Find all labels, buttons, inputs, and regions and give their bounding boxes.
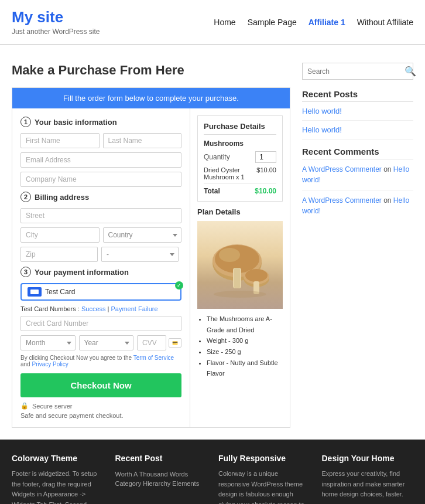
nav-sample-page[interactable]: Sample Page [248,18,297,27]
zip-row: - [20,247,181,262]
secure-server-text: Secure server [32,403,72,410]
card-payment-btn[interactable]: Test Card ✓ [20,283,181,301]
cc-number-row [20,316,181,331]
product-name: Mushrooms [204,139,276,148]
content-area: Make a Purchase From Here Fill the order… [12,63,290,428]
search-box: 🔍 [302,63,413,80]
cvv-input[interactable] [137,335,166,350]
city-country-row: Country [20,227,181,243]
plan-details: Plan Details [197,207,283,379]
item-label: Dried Oyster Mushroom x 1 [204,166,256,181]
card-icon [28,287,42,297]
nav-affiliate1[interactable]: Affiliate 1 [309,18,345,27]
footer-link-0[interactable]: Worth A Thousand Words [115,471,188,478]
nav-home[interactable]: Home [214,18,235,27]
mushroom-image [197,221,283,309]
posts-divider2 [302,139,413,139]
recent-posts-title: Recent Posts [302,89,413,102]
year-select[interactable]: Year [79,335,134,350]
total-amount: $10.00 [255,187,276,195]
main-layout: Make a Purchase From Here Fill the order… [0,51,425,440]
card-label: Test Card [45,288,75,296]
zip-input[interactable] [20,247,98,262]
street-row [20,208,181,223]
expiry-row: Month Year 💳 [20,335,181,350]
comment-on-1: on [383,196,393,205]
search-button[interactable]: 🔍 [400,63,421,79]
footer: Colorway Theme Footer is widgetized. To … [0,440,425,504]
street-input[interactable] [20,208,181,223]
item-price: $10.00 [256,166,276,181]
commenter-1-link[interactable]: A WordPress Commenter [302,196,382,205]
footer-link-1[interactable]: Category Hierarchy Elements [115,480,200,487]
plan-bullet-2: Size - 250 g [207,346,283,357]
last-name-input[interactable] [103,133,182,148]
cc-number-input[interactable] [20,316,181,331]
purchase-details-title: Purchase Details [204,122,276,135]
commenter-0-link[interactable]: A WordPress Commenter [302,165,382,173]
header-divider [0,45,425,45]
zip-state-select[interactable]: - [101,247,179,262]
footer-col-0: Colorway Theme Footer is widgetized. To … [12,454,104,504]
plan-bullet-0: The Mushrooms are A-Grade and Dried [207,314,283,335]
main-nav: Home Sample Page Affiliate 1 Without Aff… [214,18,413,27]
form-header: Fill the order form below to complete yo… [12,88,290,108]
checkout-button[interactable]: Checkout Now [20,373,181,397]
quantity-input[interactable] [255,151,276,163]
terms-text: By clicking Checkout Now you agree to th… [20,355,181,367]
site-tagline: Just another WordPress site [12,28,100,36]
terms-link[interactable]: Term of Service [133,355,174,361]
site-title: My site [12,8,100,26]
svg-point-3 [219,248,240,262]
step1-circle: 1 [20,117,31,127]
plan-bullet-1: Weight - 300 g [207,335,283,346]
svg-point-8 [245,269,268,282]
purchase-form-container: Fill the order form below to complete yo… [12,87,290,428]
quantity-label: Quantity [204,153,230,161]
test-failure-link[interactable]: Payment Failure [111,305,158,312]
nav-without-affiliate[interactable]: Without Affiliate [357,18,413,27]
sidebar-post-0[interactable]: Hello world! [302,107,413,115]
safe-text: Safe and secure payment checkout. [20,412,181,419]
check-badge: ✓ [175,281,183,290]
posts-divider [302,120,413,121]
step3-circle: 3 [20,267,31,277]
step1-title: 1 Your basic information [20,117,181,127]
country-select[interactable]: Country [103,227,182,243]
total-row: Total $10.00 [204,183,276,195]
footer-text-0: Footer is widgetized. To setup the foote… [12,469,104,504]
cvv-icon: 💳 [169,338,181,348]
first-name-input[interactable] [20,133,100,148]
svg-point-10 [214,291,266,298]
sidebar-post-1[interactable]: Hello world! [302,125,413,134]
company-row [20,172,181,187]
total-label: Total [204,187,220,195]
header: My site Just another WordPress site Home… [0,0,425,45]
footer-col-1: Recent Post Worth A Thousand Words Categ… [115,454,207,504]
city-input[interactable] [20,227,100,243]
comments-divider [302,190,413,190]
email-row [20,152,181,168]
step2-circle: 2 [20,192,31,202]
test-success-link[interactable]: Success [81,305,106,312]
comment-0: A WordPress Commenter on Hello world! [302,164,413,185]
footer-text-3: Express your creativity, find inspiratio… [322,469,414,500]
form-left: 1 Your basic information [12,108,190,427]
privacy-link[interactable]: Privacy Policy [32,361,68,367]
company-input[interactable] [20,172,181,187]
form-body: 1 Your basic information [12,108,290,427]
form-right: Purchase Details Mushrooms Quantity Drie… [190,108,290,427]
recent-comments-title: Recent Comments [302,147,413,159]
secure-row: 🔒 Secure server [20,402,181,410]
search-input[interactable] [303,63,400,79]
quantity-row: Quantity [204,151,276,163]
comment-on-0: on [383,165,393,173]
svg-rect-5 [234,268,240,288]
month-select[interactable]: Month [20,335,76,350]
footer-col-3: Design Your Home Express your creativity… [322,454,414,504]
comment-1: A WordPress Commenter on Hello world! [302,195,413,216]
name-row [20,133,181,148]
cvv-wrap: 💳 [137,335,181,350]
footer-title-0: Colorway Theme [12,454,104,463]
email-input[interactable] [20,152,181,168]
